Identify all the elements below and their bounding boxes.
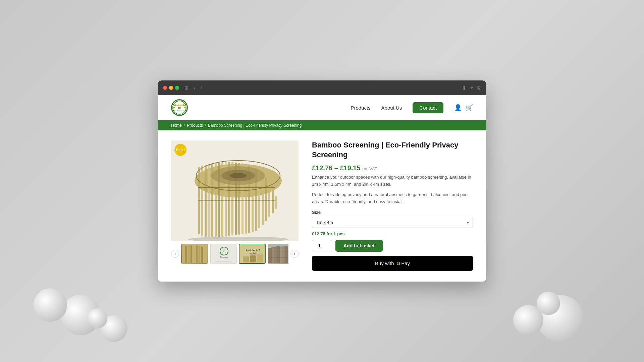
minimize-button[interactable] <box>169 86 173 90</box>
logo[interactable]: FIELDS III SUPPLIES <box>171 99 188 116</box>
price-low: £12.76 <box>312 164 332 172</box>
main-navigation: FIELDS III SUPPLIES Products About <box>158 95 486 120</box>
svg-rect-63 <box>268 248 272 264</box>
nav-icon-group: 👤 🛒 <box>454 104 473 111</box>
thumbnail-strip: ‹ <box>171 244 299 264</box>
new-tab-button[interactable]: + <box>470 85 473 91</box>
logo-svg: FIELDS III SUPPLIES <box>172 100 187 115</box>
svg-rect-64 <box>272 247 276 264</box>
breadcrumb-bar: Home / Products / Bamboo Screening | Eco… <box>158 120 486 130</box>
maximize-button[interactable] <box>175 86 179 90</box>
price-high: £19.15 <box>340 164 360 172</box>
breadcrumb-current-page: Bamboo Screening | Eco-Friendly Privacy … <box>208 123 302 128</box>
back-button[interactable]: ‹ <box>193 84 197 91</box>
browser-traffic-lights <box>163 86 179 90</box>
decorative-sphere <box>87 308 107 328</box>
svg-rect-65 <box>276 246 280 264</box>
svg-rect-47 <box>199 246 200 264</box>
browser-window: ⊞ ‹ › ⬆ + ⧉ FIELDS <box>158 80 486 282</box>
product-title: Bamboo Screening | Eco-Friendly Privacy … <box>312 140 473 160</box>
svg-rect-29 <box>262 174 264 225</box>
svg-rect-43 <box>188 245 190 264</box>
svg-rect-32 <box>272 190 274 214</box>
svg-rect-45 <box>193 246 195 264</box>
add-to-basket-row: Add to basket <box>312 240 473 252</box>
svg-rect-42 <box>185 246 187 264</box>
svg-rect-71 <box>268 244 288 246</box>
browser-nav-controls: ⊞ ‹ › <box>183 84 204 91</box>
svg-rect-60 <box>250 255 256 262</box>
forward-button[interactable]: › <box>200 84 204 91</box>
thumbnails: ✓ Features Available in 3 <box>181 244 288 264</box>
thumbnail-2[interactable]: ✓ Features <box>210 244 237 264</box>
thumbnail-next-button[interactable]: › <box>290 250 299 258</box>
thumbnail-3[interactable]: Available in 3 Sizes <box>239 244 266 264</box>
add-to-basket-button[interactable]: Add to basket <box>335 240 383 252</box>
price-for-quantity: £12.76 for 1 pcs. <box>312 231 473 236</box>
svg-text:III: III <box>178 106 181 110</box>
ex-vat-label: ex. VAT <box>362 166 377 171</box>
decorative-sphere <box>34 288 67 322</box>
decorative-sphere <box>537 292 560 315</box>
svg-rect-55 <box>216 261 232 262</box>
cart-icon[interactable]: 🛒 <box>466 104 473 111</box>
quantity-input[interactable] <box>312 240 332 251</box>
svg-rect-30 <box>265 178 267 221</box>
contact-button[interactable]: Contact <box>413 102 443 113</box>
svg-point-37 <box>230 173 247 178</box>
svg-rect-54 <box>213 260 235 260</box>
svg-text:Sizes: Sizes <box>250 252 256 255</box>
sidebar-toggle-button[interactable]: ⊞ <box>183 84 190 91</box>
breadcrumb-separator: / <box>205 123 206 128</box>
svg-rect-44 <box>191 245 192 264</box>
breadcrumb-home[interactable]: Home <box>171 123 182 128</box>
gpay-logo: GPay <box>397 260 410 266</box>
thumb-img-4 <box>268 244 288 264</box>
thumbnail-1[interactable] <box>181 244 208 264</box>
size-select-wrapper: 1m x 4m 1.5m x 4m 2m x 4m ▼ <box>312 217 473 228</box>
svg-rect-59 <box>243 256 249 262</box>
share-button[interactable]: ⬆ <box>462 85 466 91</box>
svg-rect-46 <box>196 245 198 264</box>
buy-with-label: Buy with <box>375 260 394 266</box>
gpay-g-letter: G <box>397 260 401 266</box>
svg-rect-33 <box>275 196 277 209</box>
price-range: £12.76 – £19.15 ex. VAT <box>312 164 473 172</box>
svg-rect-66 <box>280 246 284 264</box>
svg-text:Available in 3: Available in 3 <box>246 249 260 251</box>
sale-badge: Sale! <box>174 144 186 156</box>
svg-text:Features: Features <box>220 256 228 258</box>
thumb-img-1 <box>182 244 208 264</box>
breadcrumb-products[interactable]: Products <box>187 123 203 128</box>
breadcrumb-separator: / <box>184 123 185 128</box>
size-label: Size <box>312 210 473 215</box>
svg-rect-48 <box>201 247 203 264</box>
desktop-background: ⊞ ‹ › ⬆ + ⧉ FIELDS <box>0 0 644 362</box>
size-select[interactable]: 1m x 4m 1.5m x 4m 2m x 4m <box>312 217 473 228</box>
product-images: Sale! <box>171 140 299 272</box>
svg-text:✓: ✓ <box>223 250 225 253</box>
product-section: Sale! <box>158 130 486 282</box>
logo-circle: FIELDS III SUPPLIES <box>171 99 188 116</box>
nav-about-link[interactable]: About Us <box>381 105 402 111</box>
thumb-img-2: ✓ Features <box>211 244 237 264</box>
thumbnail-prev-button[interactable]: ‹ <box>171 250 179 258</box>
nav-products-link[interactable]: Products <box>351 105 370 111</box>
windows-button[interactable]: ⧉ <box>477 85 481 91</box>
close-button[interactable] <box>163 86 167 90</box>
svg-text:SUPPLIES: SUPPLIES <box>174 110 184 112</box>
product-details: Bamboo Screening | Eco-Friendly Privacy … <box>312 140 473 272</box>
user-icon[interactable]: 👤 <box>454 104 462 111</box>
nav-links: Products About Us Contact 👤 🛒 <box>351 102 473 113</box>
browser-action-buttons: ⬆ + ⧉ <box>462 85 481 91</box>
product-description-2: Perfect for adding privacy and a natural… <box>312 191 473 205</box>
price-dash: – <box>332 164 340 172</box>
svg-rect-61 <box>257 254 263 262</box>
svg-rect-31 <box>268 183 270 217</box>
browser-chrome: ⊞ ‹ › ⬆ + ⧉ <box>158 80 486 95</box>
product-main-image <box>171 140 299 241</box>
thumbnail-4[interactable] <box>268 244 288 264</box>
buy-with-gpay-button[interactable]: Buy with GPay <box>312 256 473 271</box>
thumb-img-3: Available in 3 Sizes <box>239 244 266 264</box>
main-product-image-container: Sale! <box>171 140 299 241</box>
